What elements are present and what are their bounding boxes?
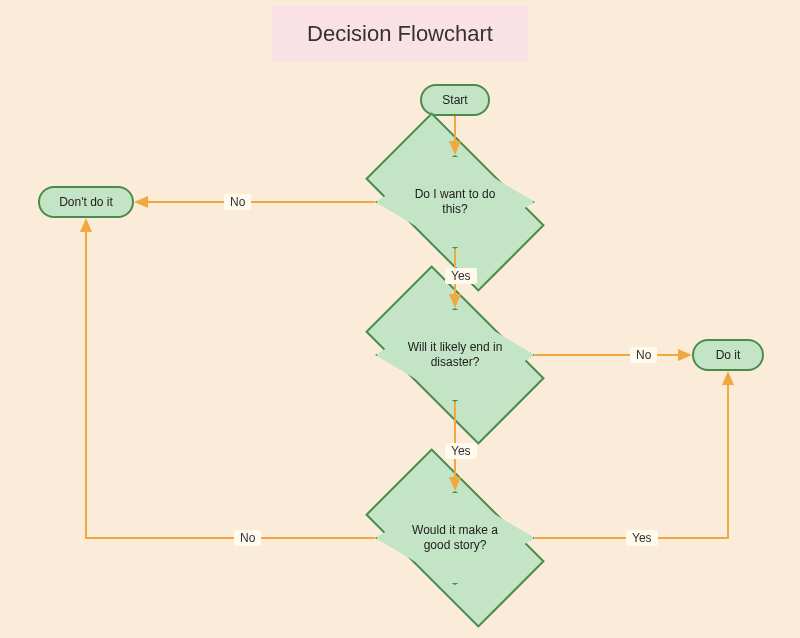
node-decision-want: Do I want to do this? bbox=[375, 155, 535, 249]
node-story-label: Would it make a good story? bbox=[405, 523, 505, 553]
node-disaster-label: Will it likely end in disaster? bbox=[405, 340, 505, 370]
node-do-it: Do it bbox=[692, 339, 764, 371]
edge-label-story-no: No bbox=[234, 530, 261, 546]
node-want-label: Do I want to do this? bbox=[405, 187, 505, 217]
node-decision-story: Would it make a good story? bbox=[375, 491, 535, 585]
node-start-label: Start bbox=[442, 93, 467, 107]
edge-label-disaster-yes: Yes bbox=[445, 443, 477, 459]
edge-label-want-yes: Yes bbox=[445, 268, 477, 284]
edge-label-want-no: No bbox=[224, 194, 251, 210]
flowchart-title: Decision Flowchart bbox=[272, 6, 528, 62]
node-dont-do-it: Don't do it bbox=[38, 186, 134, 218]
edge-label-story-yes: Yes bbox=[626, 530, 658, 546]
node-start: Start bbox=[420, 84, 490, 116]
edge-label-disaster-no: No bbox=[630, 347, 657, 363]
node-dont-label: Don't do it bbox=[59, 195, 113, 209]
node-decision-disaster: Will it likely end in disaster? bbox=[375, 308, 535, 402]
node-doit-label: Do it bbox=[716, 348, 741, 362]
